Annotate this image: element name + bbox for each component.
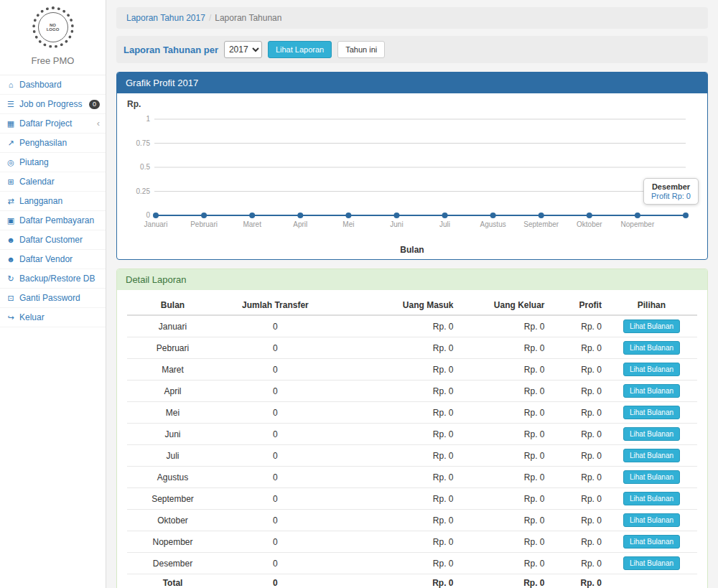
cell: Rp. 0 <box>458 337 549 359</box>
sidebar-item-daftar-customer[interactable]: ☻Daftar Customer <box>0 230 106 250</box>
column-header: Jumlah Transfer <box>218 296 332 315</box>
cell: Rp. 0 <box>458 553 549 574</box>
data-point-0[interactable] <box>153 213 159 218</box>
lihat-bulanan-button[interactable]: Lihat Bulanan <box>623 363 680 376</box>
data-point-8[interactable] <box>538 213 544 218</box>
data-point-9[interactable] <box>587 213 592 218</box>
cell: Mei <box>127 402 218 424</box>
cell: 0 <box>218 359 332 381</box>
sidebar-item-label: Daftar Vendor <box>19 254 73 264</box>
cell: 0 <box>218 445 332 467</box>
data-point-11[interactable] <box>683 213 689 218</box>
sidebar-item-langganan[interactable]: ⇄Langganan <box>0 192 106 211</box>
data-point-1[interactable] <box>201 213 207 218</box>
table-row: September0Rp. 0Rp. 0Rp. 0Lihat Bulanan <box>127 488 697 510</box>
lihat-bulanan-button[interactable]: Lihat Bulanan <box>623 535 680 549</box>
data-point-10[interactable] <box>635 213 640 218</box>
calendar-icon: ⊞ <box>6 177 16 187</box>
sidebar-item-daftar-pembayaran[interactable]: ▣Daftar Pembayaran <box>0 211 106 230</box>
cell: Rp. 0 <box>458 488 549 510</box>
lihat-bulanan-button[interactable]: Lihat Bulanan <box>623 492 680 505</box>
cell: Rp. 0 <box>458 531 549 553</box>
x-tick-label: Juli <box>439 220 450 228</box>
detail-panel-title: Detail Laporan <box>117 269 707 290</box>
x-tick-label: Januari <box>144 220 168 228</box>
sidebar-item-calendar[interactable]: ⊞Calendar <box>0 172 106 192</box>
data-point-2[interactable] <box>249 213 255 218</box>
logo: NO LOGO <box>0 0 106 48</box>
sidebar-item-label: Penghasilan <box>19 138 67 148</box>
cell: Rp. 0 <box>549 337 606 359</box>
chart-area: Rp. 00.250.50.751JanuariPebruariMaretApr… <box>117 93 707 259</box>
sidebar-item-backup-restore-db[interactable]: ↻Backup/Restore DB <box>0 269 106 289</box>
report-filter-bar: Laporan Tahunan per 2017 Lihat Laporan T… <box>116 36 708 63</box>
cell: Rp. 0 <box>332 381 458 402</box>
table-row: Juli0Rp. 0Rp. 0Rp. 0Lihat Bulanan <box>127 445 697 467</box>
sidebar-item-label: Daftar Customer <box>19 235 83 245</box>
cell: September <box>127 488 218 510</box>
action-cell: Lihat Bulanan <box>606 467 697 488</box>
profit-chart-panel: Grafik Profit 2017 Rp. 00.250.50.751Janu… <box>116 72 708 260</box>
chart-tooltip: Desember Profit Rp: 0 <box>643 178 699 205</box>
cell: 0 <box>218 488 332 510</box>
data-point-3[interactable] <box>297 213 303 218</box>
column-header: Uang Keluar <box>458 296 549 315</box>
y-tick-label: 0.25 <box>136 187 151 195</box>
tahun-ini-button[interactable]: Tahun ini <box>337 41 385 58</box>
data-point-4[interactable] <box>345 213 351 218</box>
sidebar-item-dashboard[interactable]: ⌂Dashboard <box>0 75 106 95</box>
sidebar-item-daftar-project[interactable]: ▦Daftar Project‹ <box>0 114 106 134</box>
lihat-bulanan-button[interactable]: Lihat Bulanan <box>623 556 680 570</box>
sidebar-item-label: Ganti Password <box>19 293 80 303</box>
year-select[interactable]: 2017 <box>224 41 262 58</box>
lihat-bulanan-button[interactable]: Lihat Bulanan <box>623 406 680 419</box>
breadcrumb-link[interactable]: Laporan Tahun 2017 <box>126 13 205 23</box>
lihat-bulanan-button[interactable]: Lihat Bulanan <box>623 319 680 333</box>
total-row: Total0Rp. 0Rp. 0Rp. 0 <box>127 574 697 588</box>
action-cell: Lihat Bulanan <box>606 359 697 381</box>
cell: Rp. 0 <box>549 553 606 574</box>
sidebar-item-penghasilan[interactable]: ↗Penghasilan <box>0 134 106 153</box>
data-point-5[interactable] <box>393 213 399 218</box>
cell: Rp. 0 <box>549 359 606 381</box>
table-row: Pebruari0Rp. 0Rp. 0Rp. 0Lihat Bulanan <box>127 337 697 359</box>
lihat-bulanan-button[interactable]: Lihat Bulanan <box>623 341 680 355</box>
lihat-bulanan-button[interactable]: Lihat Bulanan <box>623 449 680 462</box>
cell: Rp. 0 <box>332 510 458 531</box>
logo-badge: NO LOGO <box>32 6 74 48</box>
sidebar-item-label: Calendar <box>19 177 55 187</box>
cell: Oktober <box>127 510 218 531</box>
dashboard-icon: ⌂ <box>6 80 16 89</box>
sidebar-item-daftar-vendor[interactable]: ☻Daftar Vendor <box>0 250 106 269</box>
column-header: Pilihan <box>606 296 697 315</box>
data-point-6[interactable] <box>442 213 448 218</box>
column-header: Uang Masuk <box>332 296 458 315</box>
cell: Rp. 0 <box>332 359 458 381</box>
action-cell: Lihat Bulanan <box>606 531 697 553</box>
lihat-bulanan-button[interactable]: Lihat Bulanan <box>623 470 680 484</box>
y-tick-label: 1 <box>146 115 150 123</box>
y-tick-label: 0 <box>146 211 150 219</box>
cell: Rp. 0 <box>332 402 458 424</box>
cell: Rp. 0 <box>549 467 606 488</box>
cell: Rp. 0 <box>549 402 606 424</box>
action-cell: Lihat Bulanan <box>606 445 697 467</box>
daftar-project-icon: ▦ <box>6 119 16 129</box>
sidebar-item-ganti-password[interactable]: ⊡Ganti Password <box>0 289 106 308</box>
sidebar-item-job-on-progress[interactable]: ☰Job on Progress0 <box>0 95 106 114</box>
cell: 0 <box>218 467 332 488</box>
lihat-bulanan-button[interactable]: Lihat Bulanan <box>623 513 680 527</box>
lihat-bulanan-button[interactable]: Lihat Bulanan <box>623 384 680 398</box>
data-point-7[interactable] <box>490 213 496 218</box>
lihat-laporan-button[interactable]: Lihat Laporan <box>268 41 332 58</box>
cell: Rp. 0 <box>549 315 606 337</box>
cell: Rp. 0 <box>458 445 549 467</box>
langganan-icon: ⇄ <box>6 197 16 206</box>
x-tick-label: Mei <box>342 220 354 228</box>
total-cell: Rp. 0 <box>458 574 549 588</box>
cell: Maret <box>127 359 218 381</box>
sidebar-item-piutang[interactable]: ◎Piutang <box>0 153 106 172</box>
cell: Rp. 0 <box>332 467 458 488</box>
lihat-bulanan-button[interactable]: Lihat Bulanan <box>623 427 680 441</box>
sidebar-item-keluar[interactable]: ↪Keluar <box>0 308 106 327</box>
